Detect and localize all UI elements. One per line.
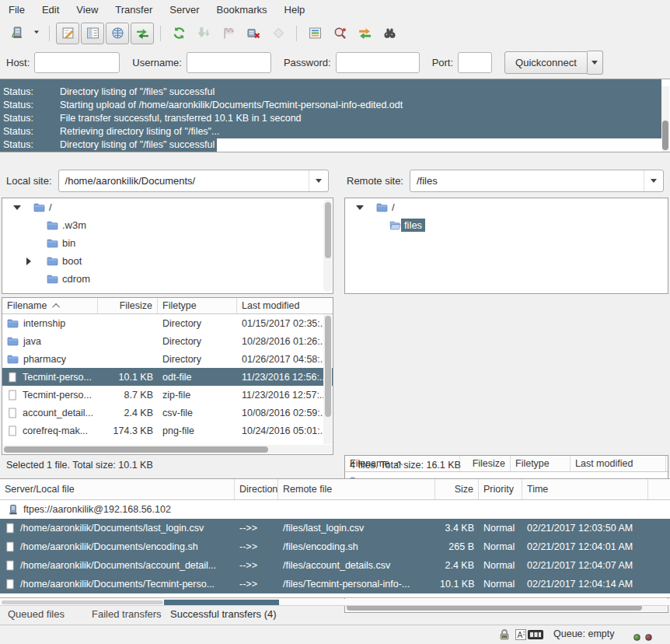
menu-file[interactable]: File (0, 0, 33, 20)
tree-item-label[interactable]: bin (59, 236, 79, 250)
menu-help[interactable]: Help (276, 0, 314, 20)
local-list-hscrollbar[interactable] (3, 445, 332, 453)
local-file-row[interactable]: Tecmint-perso...8.7 KBzip-file11/23/2016… (2, 386, 333, 404)
host-input[interactable] (34, 52, 120, 73)
tree-item-label[interactable]: / (389, 201, 398, 214)
toggle-queue-button[interactable] (131, 23, 154, 44)
process-queue-button[interactable] (192, 23, 215, 44)
transfer-row[interactable]: /home/aaronkilik/Documents/last_login.cs… (0, 519, 670, 537)
message-log[interactable]: Status:Directory listing of "/files" suc… (0, 79, 670, 152)
menu-bookmarks[interactable]: Bookmarks (208, 0, 276, 20)
toggle-log-button[interactable] (56, 23, 79, 44)
quickconnect-button[interactable]: Quickconnect (504, 51, 588, 74)
queue-column-time[interactable]: Time (522, 479, 648, 499)
disconnect-button[interactable] (242, 23, 265, 44)
local-tree-item-bin[interactable]: bin (2, 234, 333, 252)
local-tree-scrollbar-thumb[interactable] (325, 202, 331, 258)
queue-hscrollbar-thumb[interactable] (2, 600, 163, 604)
transfer-row[interactable]: /home/aaronkilik/Documents/account_detai… (0, 556, 670, 575)
queue-column-remote-file[interactable]: Remote file (278, 479, 435, 499)
local-tree-item-boot[interactable]: boot (2, 252, 333, 270)
local-site-dropdown[interactable] (309, 170, 328, 191)
file-cell: odt-file (158, 372, 237, 383)
menu-server[interactable]: Server (161, 0, 208, 20)
remote-site-combo[interactable]: /files (410, 170, 664, 192)
queue-column-priority[interactable]: Priority (479, 479, 522, 499)
local-list-scrollbar-thumb[interactable] (325, 316, 331, 417)
tree-item-label[interactable]: / (46, 201, 55, 214)
find-files-button[interactable] (378, 23, 401, 44)
transfer-queue-panel[interactable]: Server/Local fileDirectionRemote fileSiz… (0, 478, 670, 598)
tree-item-label[interactable]: .w3m (59, 219, 89, 232)
port-input[interactable] (458, 52, 492, 73)
menu-view[interactable]: View (68, 0, 106, 20)
menu-edit[interactable]: Edit (33, 0, 68, 20)
log-scrollbar[interactable] (661, 86, 669, 152)
remote-tree-item-[interactable]: / (345, 198, 668, 216)
toggle-local-tree-button[interactable] (81, 23, 104, 44)
tree-item-label[interactable]: cdrom (59, 272, 93, 285)
local-file-list[interactable]: FilenameFilesizeFiletypeLast modified in… (2, 297, 333, 455)
file-cell: 11/23/2016 12:57:... (237, 390, 333, 401)
column-header-filesize[interactable]: Filesize (460, 456, 511, 471)
synchronized-browsing-button[interactable] (353, 23, 376, 44)
local-list-scrollbar[interactable] (323, 314, 332, 444)
compare-directories-button[interactable] (328, 23, 351, 44)
chevron-down-button[interactable] (30, 23, 44, 44)
quickconnect-dropdown-button[interactable] (588, 51, 603, 75)
remote-tree-item-files[interactable]: files (345, 216, 668, 234)
transfer-row[interactable]: /home/aaronkilik/Documents/Tecmint-perso… (0, 575, 670, 593)
queue-column-server-local-file[interactable]: Server/Local file (0, 479, 235, 499)
refresh-button[interactable] (167, 23, 190, 44)
expander-open-icon[interactable] (356, 205, 364, 210)
column-header-filetype[interactable]: Filetype (158, 298, 237, 313)
password-input[interactable] (336, 52, 420, 73)
remote-site-dropdown[interactable] (644, 170, 663, 191)
chevron-down-icon (316, 179, 322, 183)
directory-filters-button[interactable] (303, 23, 326, 44)
queue-column-direction[interactable]: Direction (235, 479, 278, 499)
local-site-combo[interactable]: /home/aaronkilik/Documents/ (58, 170, 329, 192)
log-scrollbar-thumb[interactable] (662, 121, 668, 150)
local-file-row[interactable]: corefreq-mak...174.3 KBpng-file10/24/201… (2, 422, 333, 439)
queue-hscrollbar[interactable] (0, 599, 670, 606)
local-tree-item-w3m[interactable]: .w3m (2, 216, 333, 234)
local-site-value[interactable]: /home/aaronkilik/Documents/ (59, 175, 309, 187)
tab-successful-transfers[interactable]: Successful transfers (4) (170, 606, 277, 623)
local-file-row[interactable]: account_detail...2.4 KBcsv-file10/08/201… (2, 404, 333, 422)
queue-server-row[interactable]: ftpes://aaronkilik@192.168.56.102 (0, 500, 670, 519)
local-file-row[interactable]: javaDirectory10/28/2016 01:26:... (2, 332, 333, 350)
status-bar: A Queue: empty (0, 625, 670, 644)
tree-item-label[interactable]: files (401, 219, 425, 232)
reconnect-button[interactable] (267, 23, 290, 44)
expander-closed-icon[interactable] (26, 257, 31, 265)
tab-queued-files[interactable]: Queued files (8, 606, 65, 623)
menu-transfer[interactable]: Transfer (106, 0, 161, 20)
local-directory-tree[interactable]: /.w3mbinbootcdrom (2, 198, 333, 294)
cancel-button[interactable] (217, 23, 240, 44)
local-file-row[interactable]: pharmacyDirectory01/26/2017 04:58:... (2, 350, 333, 368)
tree-item-label[interactable]: boot (59, 254, 85, 268)
column-header-filename[interactable]: Filename (2, 298, 98, 313)
transfer-row[interactable]: /home/aaronkilik/Documents/encoding.sh--… (0, 537, 670, 556)
queue-column-size[interactable]: Size (435, 479, 479, 499)
local-file-row[interactable]: internshipDirectory01/15/2017 02:35:... (2, 314, 333, 332)
local-tree-scrollbar[interactable] (323, 200, 332, 292)
tab-failed-transfers[interactable]: Failed transfers (92, 606, 162, 623)
remote-directory-tree[interactable]: /files (344, 198, 668, 294)
column-header-last-modified[interactable]: Last modified (571, 456, 666, 471)
column-header-per[interactable]: Per (666, 456, 668, 471)
remote-site-value[interactable]: /files (410, 175, 644, 187)
expander-open-icon[interactable] (13, 205, 21, 210)
username-input[interactable] (187, 52, 271, 73)
column-header-filetype[interactable]: Filetype (511, 456, 571, 471)
site-manager-button[interactable] (5, 23, 29, 44)
toggle-remote-tree-button[interactable] (106, 23, 129, 44)
local-list-hscrollbar-thumb[interactable] (4, 446, 268, 453)
local-tree-item-[interactable]: / (2, 198, 333, 216)
column-header-last-modified[interactable]: Last modified (237, 298, 333, 313)
column-header-filesize[interactable]: Filesize (98, 298, 158, 313)
local-tree-item-cdrom[interactable]: cdrom (2, 270, 333, 288)
local-file-row[interactable]: Tecmint-perso...10.1 KBodt-file11/23/201… (2, 368, 333, 386)
chevron-down-icon (651, 179, 657, 183)
